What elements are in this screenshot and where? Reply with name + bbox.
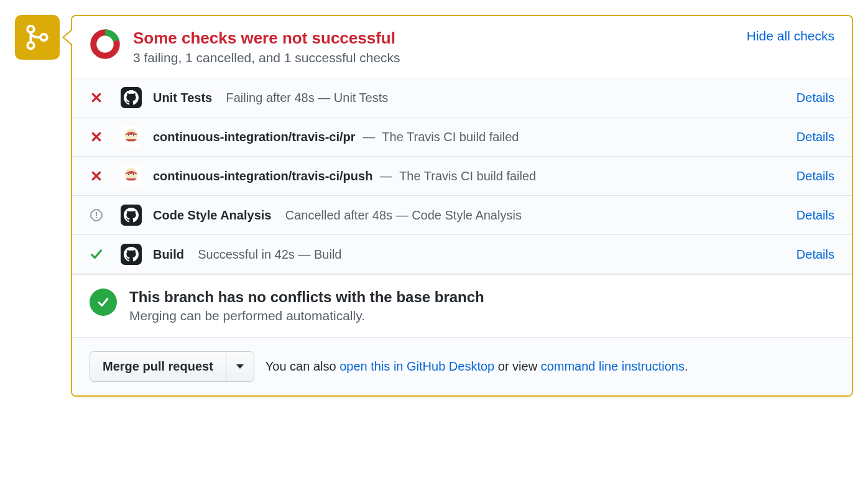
- check-text: continuous-integration/travis-ci/pr — Th…: [153, 130, 789, 144]
- git-merge-icon: [24, 24, 50, 50]
- github-avatar-icon: [121, 205, 142, 226]
- conflicts-section: This branch has no conflicts with the ba…: [72, 274, 852, 337]
- github-avatar-icon: [121, 244, 142, 265]
- check-desc: Failing after 48s — Unit Tests: [226, 91, 388, 104]
- travis-avatar-icon: [121, 165, 142, 187]
- github-avatar-icon: [121, 87, 142, 108]
- cli-instructions-link[interactable]: command line instructions: [541, 359, 685, 373]
- details-link[interactable]: Details: [796, 169, 834, 183]
- check-name: Code Style Analysis: [153, 208, 271, 222]
- travis-avatar-icon: [121, 126, 142, 147]
- merge-dropdown-button[interactable]: [226, 352, 254, 381]
- hide-all-checks-link[interactable]: Hide all checks: [747, 29, 834, 44]
- check-icon: [96, 295, 110, 309]
- svg-rect-16: [96, 217, 97, 218]
- merge-panel: Some checks were not successful 3 failin…: [71, 15, 853, 397]
- details-link[interactable]: Details: [796, 130, 834, 144]
- summary-subtitle: 3 failing, 1 cancelled, and 1 successful…: [133, 50, 747, 65]
- svg-point-13: [128, 173, 129, 175]
- merge-status-badge: [15, 15, 60, 60]
- svg-point-14: [133, 173, 134, 175]
- details-link[interactable]: Details: [796, 208, 834, 223]
- cancelled-icon: [90, 209, 103, 221]
- status-donut-icon: [90, 29, 121, 60]
- checks-list: Unit Tests Failing after 48s — Unit Test…: [72, 78, 852, 274]
- merge-pr-button[interactable]: Merge pull request: [90, 352, 226, 381]
- merge-button-group: Merge pull request: [90, 351, 254, 382]
- check-row: Code Style Analysis Cancelled after 48s …: [72, 196, 852, 235]
- check-name: Build: [153, 247, 184, 261]
- check-desc: The Travis CI build failed: [382, 130, 519, 144]
- svg-point-9: [133, 134, 134, 136]
- check-row: continuous-integration/travis-ci/pr — Th…: [72, 118, 852, 157]
- merge-section: Merge pull request You can also open thi…: [72, 337, 852, 395]
- checks-summary: Some checks were not successful 3 failin…: [72, 16, 852, 78]
- summary-title: Some checks were not successful: [133, 29, 747, 48]
- fail-icon: [90, 92, 103, 103]
- fail-icon: [90, 170, 103, 182]
- check-text: continuous-integration/travis-ci/push — …: [153, 169, 789, 183]
- svg-point-1: [27, 42, 34, 49]
- check-row: Build Successful in 42s — BuildDetails: [72, 235, 852, 274]
- fail-icon: [90, 131, 103, 142]
- success-circle-icon: [90, 288, 117, 316]
- svg-point-2: [40, 34, 47, 41]
- caret-down-icon: [236, 364, 244, 369]
- merge-help-text: You can also open this in GitHub Desktop…: [265, 359, 688, 374]
- conflicts-title: This branch has no conflicts with the ba…: [129, 288, 484, 306]
- svg-point-0: [27, 26, 34, 33]
- open-desktop-link[interactable]: open this in GitHub Desktop: [339, 359, 494, 373]
- check-desc: Cancelled after 48s — Code Style Analysi…: [285, 208, 522, 222]
- check-name: Unit Tests: [153, 91, 212, 104]
- check-text: Unit Tests Failing after 48s — Unit Test…: [153, 91, 789, 105]
- success-icon: [90, 248, 103, 261]
- check-desc: The Travis CI build failed: [399, 169, 536, 183]
- details-link[interactable]: Details: [796, 247, 834, 262]
- check-text: Build Successful in 42s — Build: [153, 247, 789, 262]
- check-row: continuous-integration/travis-ci/push — …: [72, 157, 852, 196]
- check-name: continuous-integration/travis-ci/push: [153, 169, 372, 183]
- svg-point-8: [128, 134, 129, 136]
- svg-rect-15: [96, 212, 97, 216]
- conflicts-subtitle: Merging can be performed automatically.: [129, 308, 484, 323]
- check-text: Code Style Analysis Cancelled after 48s …: [153, 208, 789, 223]
- check-name: continuous-integration/travis-ci/pr: [153, 130, 356, 144]
- check-desc: Successful in 42s — Build: [198, 247, 341, 261]
- details-link[interactable]: Details: [796, 91, 834, 105]
- check-row: Unit Tests Failing after 48s — Unit Test…: [72, 78, 852, 118]
